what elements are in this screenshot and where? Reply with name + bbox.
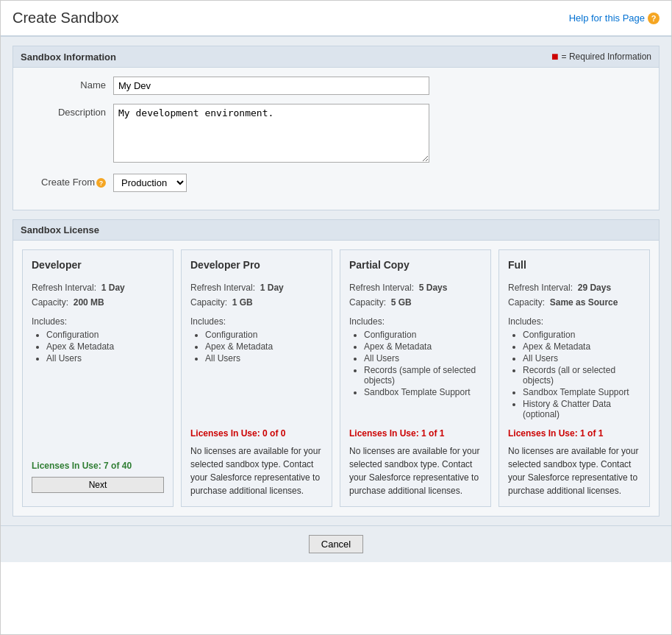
license-card-developer-pro: Developer Pro Refresh Interval: 1 Day Ca… <box>181 249 332 507</box>
description-row: Description My development environment. <box>25 104 647 165</box>
list-item: History & Chatter Data (optional) <box>523 399 640 419</box>
list-item: Records (all or selected objects) <box>523 365 640 386</box>
license-grid: Developer Refresh Interval: 1 Day Capaci… <box>13 241 659 516</box>
create-from-label: Create From? <box>25 174 113 188</box>
developer-pro-refresh: Refresh Interval: 1 Day <box>190 283 323 293</box>
full-includes-list: Configuration Apex & Metadata All Users … <box>508 330 640 421</box>
create-from-select[interactable]: Production <box>113 174 187 192</box>
list-item: All Users <box>205 353 323 363</box>
license-card-full: Full Refresh Interval: 29 Days Capacity:… <box>498 249 650 507</box>
name-row: Name <box>25 77 647 95</box>
sandbox-info-section: Sandbox Information ■ = Required Informa… <box>12 46 660 210</box>
create-from-row: Create From? Production <box>25 174 647 192</box>
developer-pro-capacity: Capacity: 1 GB <box>190 297 323 308</box>
list-item: Apex & Metadata <box>364 341 482 352</box>
page-title: Create Sandbox <box>12 10 119 26</box>
partial-copy-includes-list: Configuration Apex & Metadata All Users … <box>349 330 482 421</box>
full-no-license-msg: No licenses are available for your selec… <box>508 444 640 497</box>
list-item: All Users <box>46 353 164 363</box>
required-text: = Required Information <box>562 52 651 62</box>
list-item: Apex & Metadata <box>523 341 640 352</box>
license-card-partial-copy: Partial Copy Refresh Interval: 5 Days Ca… <box>340 249 491 507</box>
developer-pro-includes-label: Includes: <box>190 316 323 327</box>
help-icon: ? <box>648 13 660 24</box>
name-label: Name <box>25 77 113 91</box>
description-input[interactable]: My development environment. <box>113 104 429 163</box>
list-item: Configuration <box>523 330 640 340</box>
form-body: Name Description My development environm… <box>13 68 659 210</box>
list-item: Sandbox Template Support <box>523 387 640 397</box>
page-wrapper: Create Sandbox Help for this Page ? Sand… <box>0 0 672 635</box>
list-item: Configuration <box>205 330 323 340</box>
license-name-partial-copy: Partial Copy <box>349 259 482 275</box>
full-includes-label: Includes: <box>508 316 640 327</box>
name-input-wrapper <box>113 77 647 95</box>
required-indicator: ■ <box>551 51 559 63</box>
developer-pro-licenses-in-use: Licenses In Use: 0 of 0 <box>190 428 323 439</box>
next-button[interactable]: Next <box>32 477 164 493</box>
developer-licenses-in-use: Licenses In Use: 7 of 40 <box>32 461 164 471</box>
create-from-input-wrapper: Production <box>113 174 647 192</box>
list-item: Sandbox Template Support <box>364 387 482 397</box>
help-link[interactable]: Help for this Page ? <box>569 13 660 24</box>
sandbox-license-header: Sandbox License <box>13 220 659 241</box>
developer-includes-label: Includes: <box>32 316 164 327</box>
list-item: Configuration <box>46 330 164 340</box>
developer-refresh: Refresh Interval: 1 Day <box>32 283 164 293</box>
license-name-full: Full <box>508 259 640 275</box>
footer-bar: Cancel <box>1 525 671 562</box>
developer-pro-no-license-msg: No licenses are available for your selec… <box>190 444 323 497</box>
list-item: All Users <box>364 353 482 363</box>
sandbox-license-section: Sandbox License Developer Refresh Interv… <box>12 219 660 517</box>
developer-pro-includes-list: Configuration Apex & Metadata All Users <box>190 330 323 421</box>
license-card-developer: Developer Refresh Interval: 1 Day Capaci… <box>22 249 174 507</box>
help-link-text: Help for this Page <box>569 13 645 24</box>
description-input-wrapper: My development environment. <box>113 104 647 165</box>
page-header: Create Sandbox Help for this Page ? <box>1 1 671 37</box>
sandbox-info-header: Sandbox Information ■ = Required Informa… <box>13 46 659 68</box>
partial-copy-no-license-msg: No licenses are available for your selec… <box>349 444 482 497</box>
content-area: Sandbox Information ■ = Required Informa… <box>1 37 671 525</box>
description-label: Description <box>25 104 113 118</box>
list-item: Records (sample of selected objects) <box>364 365 482 386</box>
partial-copy-capacity: Capacity: 5 GB <box>349 297 482 308</box>
required-legend: ■ = Required Information <box>551 51 651 63</box>
full-capacity: Capacity: Same as Source <box>508 297 640 308</box>
developer-includes-list: Configuration Apex & Metadata All Users <box>32 330 164 453</box>
list-item: All Users <box>523 353 640 363</box>
cancel-button[interactable]: Cancel <box>309 535 363 553</box>
partial-copy-includes-label: Includes: <box>349 316 482 327</box>
list-item: Apex & Metadata <box>46 341 164 352</box>
license-name-developer-pro: Developer Pro <box>190 259 323 275</box>
full-refresh: Refresh Interval: 29 Days <box>508 283 640 293</box>
create-from-help-icon: ? <box>96 178 106 188</box>
developer-capacity: Capacity: 200 MB <box>32 297 164 308</box>
sandbox-info-title: Sandbox Information <box>21 52 116 63</box>
list-item: Apex & Metadata <box>205 341 323 352</box>
name-input[interactable] <box>113 77 429 95</box>
list-item: Configuration <box>364 330 482 340</box>
partial-copy-licenses-in-use: Licenses In Use: 1 of 1 <box>349 428 482 439</box>
full-licenses-in-use: Licenses In Use: 1 of 1 <box>508 428 640 439</box>
license-name-developer: Developer <box>32 259 164 275</box>
partial-copy-refresh: Refresh Interval: 5 Days <box>349 283 482 293</box>
sandbox-license-title: Sandbox License <box>21 224 99 235</box>
